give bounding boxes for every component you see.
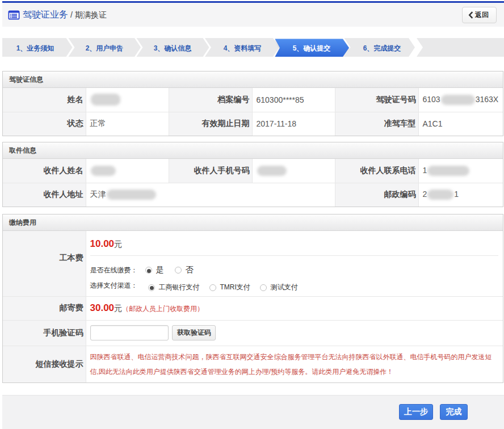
zip-code-label: 邮政编码 — [335, 183, 418, 207]
masked-receiver-address — [107, 190, 156, 200]
table-row: 短信接收提示 因陕西省联通、电信运营商技术问题，陕西省互联网交通安全综合服务管理… — [3, 346, 503, 382]
postage-label: 邮寄费 — [3, 296, 86, 320]
masked-zip-code — [427, 190, 453, 200]
table-row: 手机验证码 获取验证码 — [3, 320, 503, 346]
sms-notice-text: 因陕西省联通、电信运营商技术问题，陕西省互联网交通安全综合服务管理平台无法向持陕… — [86, 346, 503, 382]
cost-amount: 10.00 — [90, 238, 115, 249]
postage-amount: 30.00 — [90, 302, 115, 313]
breadcrumb-separator: / — [70, 10, 73, 19]
postage-note: （邮政人员上门收取费用） — [122, 305, 204, 313]
zip-code-value: 21 — [418, 183, 503, 207]
channel-icbc-radio[interactable] — [148, 284, 155, 291]
get-captcha-button[interactable]: 获取验证码 — [172, 325, 216, 340]
step-2-label[interactable]: 2、用户申告 — [86, 44, 124, 52]
status-label: 状态 — [3, 112, 86, 136]
pickup-info-section: 取件信息 收件人姓名 收件人手机号码 收件人联系电话 1 收件人地址 天津 邮政… — [2, 142, 503, 207]
file-number-value: 610300****85 — [252, 88, 335, 112]
steps-filler-shape — [417, 38, 504, 57]
page-title: 驾驶证业务 — [23, 9, 68, 21]
table-row: 邮寄费 30.00元（邮政人员上门收取费用） — [3, 296, 503, 320]
expire-date-value: 2017-11-18 — [252, 112, 335, 136]
postage-value: 30.00元（邮政人员上门收取费用） — [86, 296, 503, 320]
sms-tip-cell: 因陕西省联通、电信运营商技术问题，陕西省互联网交通安全综合服务管理平台无法向持陕… — [86, 346, 503, 382]
finish-button[interactable]: 完成 — [440, 404, 468, 420]
back-button[interactable]: 返回 — [462, 7, 497, 23]
pay-channel-label: 选择支付渠道： — [90, 281, 148, 291]
payment-title: 缴纳费用 — [3, 214, 503, 231]
online-pay-no-label[interactable]: 否 — [186, 265, 194, 275]
table-row: 状态 正常 有效期止日期 2017-11-18 准驾车型 A1C1 — [3, 112, 503, 136]
receiver-name-label: 收件人姓名 — [3, 159, 86, 183]
vehicle-type-label: 准驾车型 — [335, 112, 418, 136]
postage-unit: 元 — [114, 304, 122, 313]
channel-tmri-radio[interactable] — [209, 284, 216, 291]
masked-receiver-tel — [427, 166, 469, 176]
steps-bar: 1、业务须知 2、用户申告 3、确认信息 4、资料填写 5、确认提交 6、完成提… — [2, 38, 504, 57]
steps-graphic: 1、业务须知 2、用户申告 3、确认信息 4、资料填写 5、确认提交 6、完成提… — [2, 38, 504, 57]
masked-receiver-mobile — [257, 166, 287, 176]
step-5-label[interactable]: 5、确认提交 — [293, 44, 331, 52]
receiver-tel-label: 收件人联系电话 — [335, 159, 418, 183]
online-pay-label: 是否在线缴费： — [90, 266, 145, 275]
captcha-input[interactable] — [90, 325, 169, 340]
captcha-label: 手机验证码 — [3, 320, 86, 346]
receiver-mobile-value — [252, 159, 335, 183]
vehicle-type-value: A1C1 — [418, 112, 503, 136]
channel-tmri-label[interactable]: TMRI支付 — [220, 283, 250, 292]
payment-section: 缴纳费用 工本费 10.00元 是否在线缴费： 是 否 选择支付渠道： 工 — [2, 214, 503, 383]
pay-channel-row: 选择支付渠道： 工商银行支付 TMRI支付 测试支付 — [90, 281, 503, 291]
license-number-label: 驾驶证号码 — [335, 88, 418, 112]
masked-license-number — [441, 95, 475, 105]
channel-test-radio[interactable] — [260, 284, 267, 291]
step-6-label[interactable]: 6、完成提交 — [363, 44, 401, 52]
payment-table: 工本费 10.00元 是否在线缴费： 是 否 选择支付渠道： 工商银行支付 T — [3, 231, 503, 382]
receiver-address-label: 收件人地址 — [3, 183, 86, 207]
app-header: 驾驶证业务 / 期满换证 返回 — [2, 3, 504, 27]
name-label: 姓名 — [3, 88, 86, 112]
license-number-value: 61033163X — [418, 88, 503, 112]
cost-label: 工本费 — [3, 231, 86, 296]
pickup-info-table: 收件人姓名 收件人手机号码 收件人联系电话 1 收件人地址 天津 邮政编码 21 — [3, 159, 503, 207]
table-row: 收件人姓名 收件人手机号码 收件人联系电话 1 — [3, 159, 503, 183]
license-info-section: 驾驶证信息 姓名 档案编号 610300****85 驾驶证号码 6103316… — [2, 71, 503, 136]
cost-amount-line: 10.00元 — [86, 231, 503, 250]
license-info-title: 驾驶证信息 — [3, 72, 503, 88]
previous-step-button[interactable]: 上一步 — [399, 404, 433, 420]
receiver-name-value — [86, 159, 169, 183]
back-button-label: 返回 — [475, 10, 489, 20]
masked-name — [91, 94, 120, 106]
online-pay-yes-label[interactable]: 是 — [156, 265, 164, 275]
page: 驾驶证业务 / 期满换证 返回 — [2, 1, 504, 429]
license-info-table: 姓名 档案编号 610300****85 驾驶证号码 61033163X 状态 … — [3, 88, 503, 136]
name-value — [86, 88, 169, 112]
breadcrumb-current: 期满换证 — [75, 10, 107, 20]
table-row: 收件人地址 天津 邮政编码 21 — [3, 183, 503, 207]
pickup-info-title: 取件信息 — [3, 142, 503, 159]
receiver-tel-value: 1 — [418, 159, 503, 183]
divider — [90, 255, 499, 256]
online-pay-row: 是否在线缴费： 是 否 — [90, 265, 503, 275]
file-number-label: 档案编号 — [169, 88, 252, 112]
channel-test-label[interactable]: 测试支付 — [271, 283, 298, 292]
status-value: 正常 — [86, 112, 169, 136]
page-footer: 上一步 完成 — [2, 395, 504, 429]
table-row: 工本费 10.00元 是否在线缴费： 是 否 选择支付渠道： 工商银行支付 T — [3, 231, 503, 296]
step-3-label[interactable]: 3、确认信息 — [154, 44, 192, 52]
cost-unit: 元 — [114, 239, 122, 249]
table-row: 姓名 档案编号 610300****85 驾驶证号码 61033163X — [3, 88, 503, 112]
online-pay-no-radio[interactable] — [175, 267, 182, 274]
receiver-address-value: 天津 — [86, 183, 335, 207]
receiver-mobile-label: 收件人手机号码 — [169, 159, 252, 183]
license-business-icon — [8, 10, 20, 20]
step-1-label[interactable]: 1、业务须知 — [16, 44, 54, 52]
channel-icbc-label[interactable]: 工商银行支付 — [159, 283, 200, 292]
cost-cell: 10.00元 是否在线缴费： 是 否 选择支付渠道： 工商银行支付 TMRI支付 — [86, 231, 503, 296]
online-pay-yes-radio[interactable] — [145, 267, 152, 274]
step-4-label[interactable]: 4、资料填写 — [224, 44, 262, 52]
expire-date-label: 有效期止日期 — [169, 112, 252, 136]
chevron-left-icon — [468, 11, 473, 19]
sms-tip-label: 短信接收提示 — [3, 346, 86, 382]
captcha-cell: 获取验证码 — [86, 320, 503, 346]
masked-receiver-name — [91, 166, 116, 176]
